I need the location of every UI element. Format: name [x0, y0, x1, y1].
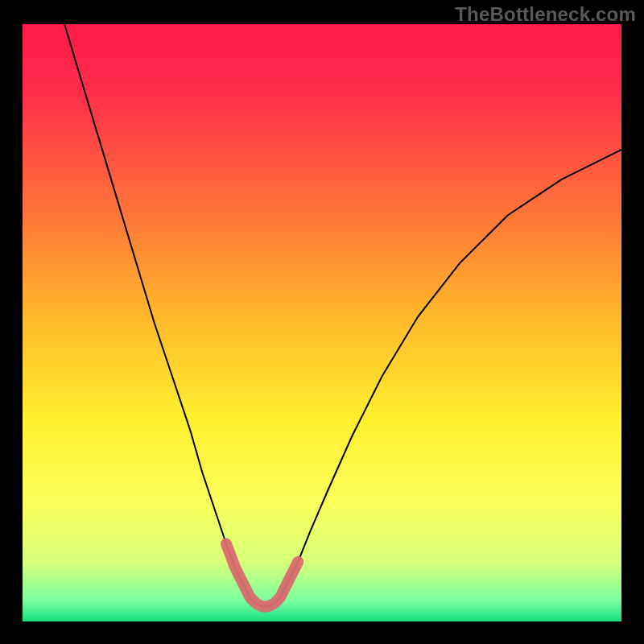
watermark-text: TheBottleneck.com	[455, 3, 636, 26]
bottleneck-plot	[23, 24, 621, 621]
chart-container: TheBottleneck.com	[0, 0, 644, 644]
gradient-background	[23, 24, 621, 621]
chart-svg	[23, 24, 621, 621]
